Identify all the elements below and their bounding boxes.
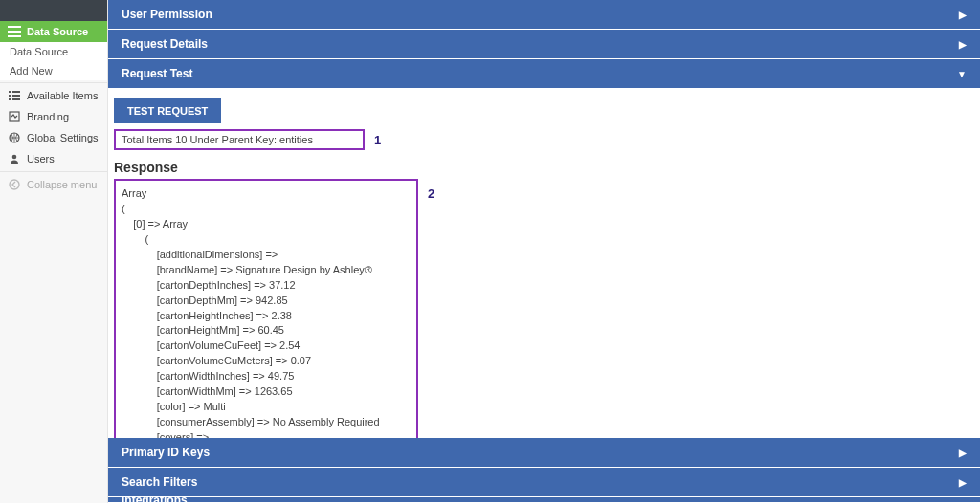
sidebar-item-branding[interactable]: Branding bbox=[0, 106, 107, 127]
bars-icon bbox=[8, 26, 21, 37]
accordion-primary-id-keys[interactable]: Primary ID Keys ▶ bbox=[108, 438, 980, 468]
sidebar-item-data-source[interactable]: Data Source bbox=[0, 21, 107, 42]
svg-rect-2 bbox=[8, 35, 21, 37]
svg-point-12 bbox=[10, 180, 19, 189]
user-icon bbox=[8, 153, 21, 164]
total-items-box: Total Items 10 Under Parent Key: entitie… bbox=[114, 129, 365, 150]
svg-rect-6 bbox=[12, 95, 20, 97]
accordion-label: User Permission bbox=[122, 8, 212, 21]
sidebar-item-label: Data Source bbox=[27, 26, 88, 37]
annotation-1: 1 bbox=[374, 133, 381, 147]
sidebar-item-global-settings[interactable]: Global Settings bbox=[0, 127, 107, 148]
collapse-icon bbox=[8, 179, 21, 190]
sidebar-collapse-label: Collapse menu bbox=[27, 179, 97, 190]
accordion-search-filters[interactable]: Search Filters ▶ bbox=[108, 468, 980, 497]
response-box: Array ( [0] => Array ( [additionalDimens… bbox=[114, 179, 418, 450]
chevron-right-icon: ▶ bbox=[959, 477, 967, 488]
accordion-request-details[interactable]: Request Details ▶ bbox=[108, 30, 980, 59]
accordion-request-test[interactable]: Request Test ▼ bbox=[108, 59, 980, 89]
sidebar-sub-data-source[interactable]: Data Source bbox=[0, 42, 107, 61]
svg-rect-1 bbox=[8, 31, 21, 33]
sidebar-item-dashboard[interactable] bbox=[0, 0, 107, 21]
response-heading: Response bbox=[114, 160, 978, 175]
sidebar-item-users[interactable]: Users bbox=[0, 148, 107, 169]
accordion-user-permission[interactable]: User Permission ▶ bbox=[108, 0, 980, 30]
main-content: User Permission ▶ Request Details ▶ Requ… bbox=[108, 0, 980, 503]
sidebar-item-label: Global Settings bbox=[27, 132, 99, 143]
response-body: Array ( [0] => Array ( [additionalDimens… bbox=[116, 181, 418, 450]
sidebar-item-label: Branding bbox=[27, 111, 69, 122]
chevron-right-icon: ▶ bbox=[959, 448, 967, 458]
sidebar-item-label: Available Items bbox=[27, 90, 98, 101]
annotation-2: 2 bbox=[428, 186, 434, 201]
svg-rect-5 bbox=[9, 95, 11, 97]
svg-rect-7 bbox=[9, 98, 11, 100]
sidebar-collapse[interactable]: Collapse menu bbox=[0, 174, 107, 195]
sidebar-item-label: Users bbox=[27, 153, 55, 164]
total-items-text: Total Items 10 Under Parent Key: entitie… bbox=[122, 134, 313, 145]
svg-point-11 bbox=[12, 155, 17, 160]
svg-rect-3 bbox=[9, 91, 11, 93]
sidebar-sub-add-new[interactable]: Add New bbox=[0, 61, 107, 80]
bottom-accordions: Primary ID Keys ▶ Search Filters ▶ Integ… bbox=[108, 438, 980, 503]
svg-rect-0 bbox=[8, 26, 21, 28]
sidebar-divider bbox=[0, 82, 107, 83]
sidebar: Data Source Data Source Add New Availabl… bbox=[0, 0, 108, 503]
svg-rect-8 bbox=[12, 98, 20, 100]
accordion-label: Search Filters bbox=[122, 475, 197, 489]
list-icon bbox=[8, 91, 21, 100]
accordion-label: Integrations bbox=[122, 497, 188, 503]
request-test-panel: TEST REQUEST Total Items 10 Under Parent… bbox=[108, 89, 980, 450]
accordion-label: Primary ID Keys bbox=[122, 446, 210, 459]
chevron-right-icon: ▶ bbox=[959, 10, 967, 20]
globe-icon bbox=[8, 132, 21, 143]
svg-rect-4 bbox=[12, 91, 20, 93]
accordion-label: Request Test bbox=[122, 67, 192, 80]
accordion-label: Request Details bbox=[122, 37, 208, 51]
chevron-down-icon: ▼ bbox=[957, 69, 967, 79]
test-request-button[interactable]: TEST REQUEST bbox=[114, 98, 221, 123]
sidebar-divider bbox=[0, 171, 107, 172]
brand-icon bbox=[8, 111, 21, 122]
chevron-right-icon: ▶ bbox=[959, 39, 967, 50]
sidebar-item-available-items[interactable]: Available Items bbox=[0, 85, 107, 106]
accordion-integrations[interactable]: Integrations bbox=[108, 497, 980, 503]
